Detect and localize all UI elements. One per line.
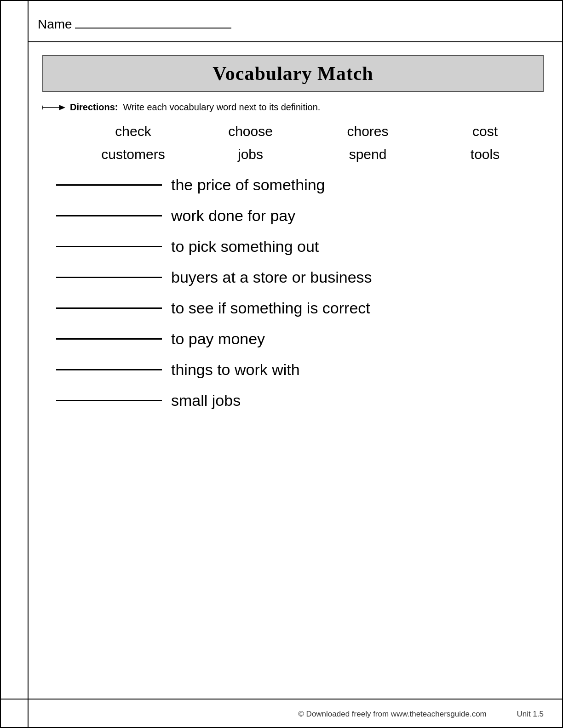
vocab-word-chores: chores (336, 124, 400, 139)
answer-line-8 (56, 400, 162, 401)
match-row-2: work done for pay (56, 207, 548, 225)
page-title: Vocabulary Match (213, 63, 373, 84)
content-area: Vocabulary Match Directions: Write each … (38, 47, 548, 695)
name-underline (75, 16, 231, 28)
vocab-word-tools: tools (453, 147, 517, 162)
definition-1: the price of something (171, 176, 325, 194)
directions-body: Write each vocabulary word next to its d… (123, 102, 321, 112)
vocab-word-spend: spend (336, 147, 400, 162)
matching-section: the price of something work done for pay… (56, 176, 548, 410)
definition-5: to see if something is correct (171, 299, 370, 317)
definition-6: to pay money (171, 330, 265, 348)
answer-line-6 (56, 338, 162, 340)
footer-unit: Unit 1.5 (517, 710, 544, 719)
directions-label: Directions: (70, 102, 118, 112)
footer-credit: © Downloaded freely from www.theteachers… (268, 710, 517, 719)
footer: © Downloaded freely from www.theteachers… (1, 710, 562, 719)
vertical-line (28, 1, 29, 727)
definition-7: things to work with (171, 361, 300, 379)
horizontal-line-top (28, 41, 562, 42)
vocab-row-2: customers jobs spend tools (75, 147, 544, 162)
vocab-word-jobs: jobs (218, 147, 283, 162)
vocab-word-choose: choose (218, 124, 283, 139)
answer-line-1 (56, 184, 162, 186)
match-row-7: things to work with (56, 361, 548, 379)
directions-text: Directions: Write each vocabulary word n… (70, 102, 320, 113)
definition-3: to pick something out (171, 238, 319, 256)
match-row-6: to pay money (56, 330, 548, 348)
name-field: Name (38, 16, 231, 32)
vocab-word-cost: cost (453, 124, 517, 139)
definition-8: small jobs (171, 392, 241, 410)
vocab-words-section: check choose chores cost customers jobs … (75, 124, 544, 162)
vocab-word-check: check (101, 124, 166, 139)
definition-2: work done for pay (171, 207, 295, 225)
definition-4: buyers at a store or business (171, 268, 372, 286)
match-row-8: small jobs (56, 392, 548, 410)
vocab-word-customers: customers (101, 147, 166, 162)
match-row-3: to pick something out (56, 238, 548, 256)
svg-marker-2 (59, 105, 65, 110)
answer-line-7 (56, 369, 162, 370)
page: Name Vocabulary Match Directions: Write … (0, 0, 563, 728)
match-row-5: to see if something is correct (56, 299, 548, 317)
name-label: Name (38, 17, 72, 32)
horizontal-line-bottom (1, 699, 562, 700)
arrow-icon (42, 103, 65, 112)
answer-line-4 (56, 277, 162, 278)
vocab-row-1: check choose chores cost (75, 124, 544, 139)
title-box: Vocabulary Match (42, 55, 544, 92)
directions-row: Directions: Write each vocabulary word n… (42, 102, 544, 113)
match-row-4: buyers at a store or business (56, 268, 548, 286)
answer-line-5 (56, 307, 162, 309)
answer-line-3 (56, 246, 162, 247)
answer-line-2 (56, 215, 162, 216)
match-row-1: the price of something (56, 176, 548, 194)
